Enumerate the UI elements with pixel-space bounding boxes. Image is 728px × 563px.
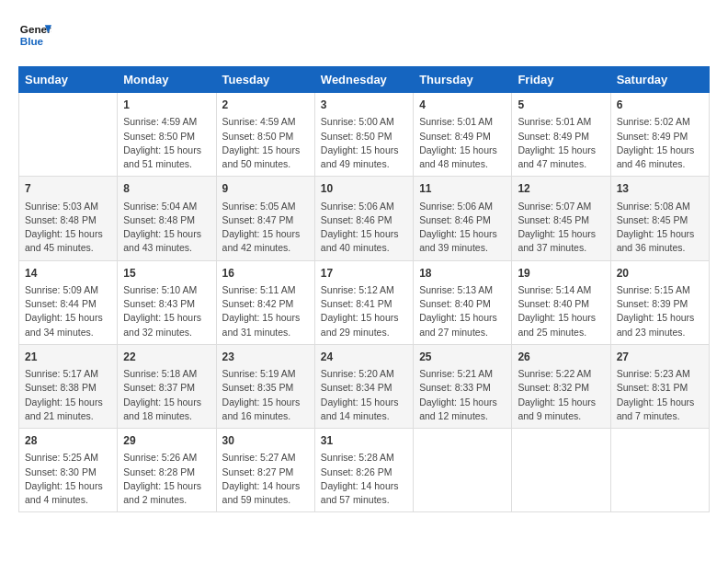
day-header-sunday: Sunday (19, 67, 118, 93)
day-number: 25 (419, 350, 506, 365)
day-content: Sunrise: 5:06 AM Sunset: 8:46 PM Dayligh… (419, 200, 506, 256)
day-number: 30 (222, 433, 309, 449)
day-number: 27 (617, 350, 703, 365)
calendar-cell: 30Sunrise: 5:27 AM Sunset: 8:27 PM Dayli… (216, 429, 314, 512)
day-number: 11 (419, 181, 506, 197)
calendar-cell: 26Sunrise: 5:22 AM Sunset: 8:32 PM Dayli… (512, 344, 610, 428)
calendar-cell (414, 429, 512, 512)
day-content: Sunrise: 5:08 AM Sunset: 8:45 PM Dayligh… (617, 200, 703, 256)
day-content: Sunrise: 5:20 AM Sunset: 8:34 PM Dayligh… (321, 367, 407, 423)
day-number: 22 (123, 350, 210, 365)
day-number: 19 (518, 266, 604, 282)
day-number: 31 (321, 433, 407, 449)
day-number: 17 (321, 266, 407, 282)
day-header-friday: Friday (512, 67, 610, 93)
day-content: Sunrise: 5:00 AM Sunset: 8:50 PM Dayligh… (321, 115, 407, 171)
day-content: Sunrise: 5:09 AM Sunset: 8:44 PM Dayligh… (25, 283, 111, 339)
day-content: Sunrise: 5:18 AM Sunset: 8:37 PM Dayligh… (123, 367, 210, 423)
calendar-cell: 19Sunrise: 5:14 AM Sunset: 8:40 PM Dayli… (512, 260, 610, 344)
day-number: 12 (518, 181, 604, 197)
week-row-5: 28Sunrise: 5:25 AM Sunset: 8:30 PM Dayli… (19, 429, 710, 512)
day-content: Sunrise: 5:28 AM Sunset: 8:26 PM Dayligh… (321, 451, 407, 507)
day-content: Sunrise: 5:19 AM Sunset: 8:35 PM Dayligh… (222, 367, 309, 423)
calendar-cell: 6Sunrise: 5:02 AM Sunset: 8:49 PM Daylig… (610, 93, 709, 177)
calendar-cell: 3Sunrise: 5:00 AM Sunset: 8:50 PM Daylig… (314, 93, 413, 177)
calendar-cell: 12Sunrise: 5:07 AM Sunset: 8:45 PM Dayli… (512, 177, 610, 260)
day-header-thursday: Thursday (414, 67, 512, 93)
day-number: 1 (123, 98, 210, 113)
day-content: Sunrise: 5:25 AM Sunset: 8:30 PM Dayligh… (25, 451, 111, 507)
page-header: General Blue (18, 18, 710, 52)
week-row-3: 14Sunrise: 5:09 AM Sunset: 8:44 PM Dayli… (19, 260, 710, 344)
day-content: Sunrise: 5:23 AM Sunset: 8:31 PM Dayligh… (617, 367, 703, 423)
day-number: 24 (321, 350, 407, 365)
calendar-cell: 29Sunrise: 5:26 AM Sunset: 8:28 PM Dayli… (118, 429, 216, 512)
day-content: Sunrise: 5:06 AM Sunset: 8:46 PM Dayligh… (321, 200, 407, 256)
calendar-table: SundayMondayTuesdayWednesdayThursdayFrid… (18, 66, 710, 512)
day-content: Sunrise: 5:04 AM Sunset: 8:48 PM Dayligh… (123, 200, 210, 256)
day-number: 23 (222, 350, 309, 365)
day-number: 5 (518, 98, 604, 113)
day-number: 26 (518, 350, 604, 365)
calendar-cell: 18Sunrise: 5:13 AM Sunset: 8:40 PM Dayli… (414, 260, 512, 344)
day-content: Sunrise: 5:05 AM Sunset: 8:47 PM Dayligh… (222, 200, 309, 256)
day-number: 3 (321, 98, 407, 113)
day-content: Sunrise: 4:59 AM Sunset: 8:50 PM Dayligh… (123, 115, 210, 171)
day-content: Sunrise: 5:02 AM Sunset: 8:49 PM Dayligh… (617, 115, 703, 171)
day-number: 15 (123, 266, 210, 282)
day-content: Sunrise: 5:03 AM Sunset: 8:48 PM Dayligh… (25, 200, 111, 256)
day-number: 21 (25, 350, 111, 365)
calendar-cell: 28Sunrise: 5:25 AM Sunset: 8:30 PM Dayli… (19, 429, 118, 512)
day-header-saturday: Saturday (610, 67, 709, 93)
day-header-monday: Monday (118, 67, 216, 93)
day-content: Sunrise: 5:17 AM Sunset: 8:38 PM Dayligh… (25, 367, 111, 423)
calendar-cell: 14Sunrise: 5:09 AM Sunset: 8:44 PM Dayli… (19, 260, 118, 344)
calendar-cell: 10Sunrise: 5:06 AM Sunset: 8:46 PM Dayli… (314, 177, 413, 260)
day-number: 7 (25, 181, 111, 197)
svg-text:Blue: Blue (20, 35, 44, 47)
calendar-cell: 15Sunrise: 5:10 AM Sunset: 8:43 PM Dayli… (118, 260, 216, 344)
day-number: 9 (222, 181, 309, 197)
day-content: Sunrise: 5:13 AM Sunset: 8:40 PM Dayligh… (419, 283, 506, 339)
calendar-cell: 20Sunrise: 5:15 AM Sunset: 8:39 PM Dayli… (610, 260, 709, 344)
calendar-cell: 13Sunrise: 5:08 AM Sunset: 8:45 PM Dayli… (610, 177, 709, 260)
calendar-cell: 5Sunrise: 5:01 AM Sunset: 8:49 PM Daylig… (512, 93, 610, 177)
calendar-cell: 11Sunrise: 5:06 AM Sunset: 8:46 PM Dayli… (414, 177, 512, 260)
day-content: Sunrise: 5:22 AM Sunset: 8:32 PM Dayligh… (518, 367, 604, 423)
day-number: 6 (617, 98, 703, 113)
calendar-body: 1Sunrise: 4:59 AM Sunset: 8:50 PM Daylig… (19, 93, 710, 512)
logo: General Blue (18, 18, 51, 52)
day-number: 8 (123, 181, 210, 197)
calendar-cell (512, 429, 610, 512)
day-header-wednesday: Wednesday (314, 67, 413, 93)
day-content: Sunrise: 5:07 AM Sunset: 8:45 PM Dayligh… (518, 200, 604, 256)
day-number: 18 (419, 266, 506, 282)
calendar-cell: 1Sunrise: 4:59 AM Sunset: 8:50 PM Daylig… (118, 93, 216, 177)
day-number: 10 (321, 181, 407, 197)
day-content: Sunrise: 5:15 AM Sunset: 8:39 PM Dayligh… (617, 283, 703, 339)
week-row-2: 7Sunrise: 5:03 AM Sunset: 8:48 PM Daylig… (19, 177, 710, 260)
day-content: Sunrise: 5:10 AM Sunset: 8:43 PM Dayligh… (123, 283, 210, 339)
week-row-1: 1Sunrise: 4:59 AM Sunset: 8:50 PM Daylig… (19, 93, 710, 177)
calendar-cell: 23Sunrise: 5:19 AM Sunset: 8:35 PM Dayli… (216, 344, 314, 428)
calendar-cell: 22Sunrise: 5:18 AM Sunset: 8:37 PM Dayli… (118, 344, 216, 428)
calendar-cell: 9Sunrise: 5:05 AM Sunset: 8:47 PM Daylig… (216, 177, 314, 260)
week-row-4: 21Sunrise: 5:17 AM Sunset: 8:38 PM Dayli… (19, 344, 710, 428)
calendar-cell: 4Sunrise: 5:01 AM Sunset: 8:49 PM Daylig… (414, 93, 512, 177)
day-content: Sunrise: 4:59 AM Sunset: 8:50 PM Dayligh… (222, 115, 309, 171)
calendar-cell: 27Sunrise: 5:23 AM Sunset: 8:31 PM Dayli… (610, 344, 709, 428)
day-content: Sunrise: 5:27 AM Sunset: 8:27 PM Dayligh… (222, 451, 309, 507)
day-number: 20 (617, 266, 703, 282)
logo-icon: General Blue (18, 18, 51, 52)
calendar-cell: 8Sunrise: 5:04 AM Sunset: 8:48 PM Daylig… (118, 177, 216, 260)
day-header-tuesday: Tuesday (216, 67, 314, 93)
day-content: Sunrise: 5:26 AM Sunset: 8:28 PM Dayligh… (123, 451, 210, 507)
day-content: Sunrise: 5:14 AM Sunset: 8:40 PM Dayligh… (518, 283, 604, 339)
day-content: Sunrise: 5:01 AM Sunset: 8:49 PM Dayligh… (419, 115, 506, 171)
day-number: 16 (222, 266, 309, 282)
day-number: 28 (25, 433, 111, 449)
day-number: 13 (617, 181, 703, 197)
calendar-cell: 16Sunrise: 5:11 AM Sunset: 8:42 PM Dayli… (216, 260, 314, 344)
calendar-header-row: SundayMondayTuesdayWednesdayThursdayFrid… (19, 67, 710, 93)
day-number: 14 (25, 266, 111, 282)
